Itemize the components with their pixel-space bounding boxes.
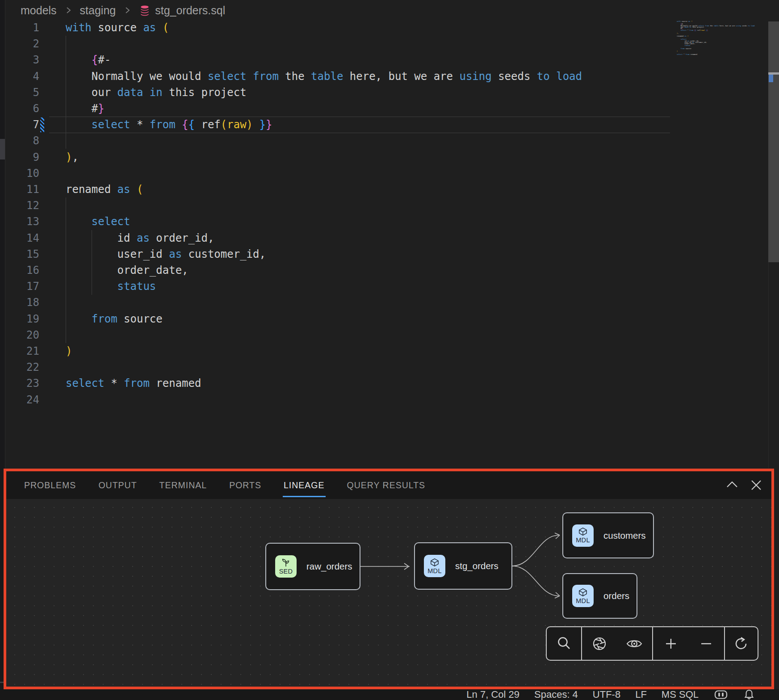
search-icon[interactable] [556,635,573,652]
code-line: order_date, [66,262,582,278]
refresh-icon[interactable] [733,636,750,652]
scrollbar-modified-marker [769,75,773,82]
status-indentation[interactable]: Spaces: 4 [534,689,578,700]
status-eol[interactable]: LF [635,689,647,700]
panel-tab-problems[interactable]: PROBLEMS [24,480,76,490]
lineage-node-customers[interactable]: MDL customers [562,512,654,558]
code-line: renamed as ( [66,181,582,197]
code-line [66,197,582,214]
lineage-node-stg-orders[interactable]: MDL stg_orders [414,542,512,590]
code-line: {#- [66,52,582,68]
cube-icon [578,527,588,536]
cube-icon [430,558,440,567]
code-line [66,36,582,52]
panel-tab-query-results[interactable]: QUERY RESULTS [347,480,426,490]
copilot-icon[interactable] [713,689,729,700]
breadcrumb-item-models[interactable]: models [21,4,57,17]
code-line: #} [66,101,582,117]
code-line: with source as ( [66,20,582,36]
lineage-node-orders[interactable]: MDL orders [562,573,637,619]
aperture-icon[interactable] [591,636,607,652]
model-badge: MDL [424,555,445,577]
minimap[interactable]: with source as ( {#- Normally we would s… [677,21,755,57]
code-line: status [66,278,582,294]
code-line [677,55,755,57]
seedling-icon [281,558,291,567]
eye-icon[interactable] [626,637,643,650]
chevron-right-icon [123,6,132,15]
panel-tab-output[interactable]: OUTPUT [98,480,137,490]
code-line [66,327,582,343]
breadcrumb-item-file[interactable]: stg_orders.sql [139,4,225,17]
lineage-canvas[interactable]: SED raw_orders MDL stg_orders [6,499,771,687]
panel-tab-ports[interactable]: PORTS [229,480,261,490]
code-line: Normally we would select from the table … [66,68,582,84]
chevron-right-icon [64,6,73,15]
database-icon [139,4,151,16]
status-bar: Ln 7, Col 29 Spaces: 4 UTF-8 LF MS SQL [0,689,779,700]
model-badge: MDL [572,524,594,547]
gutter-modified-marker [40,117,44,132]
code-line [66,294,582,310]
editor-scrollbar[interactable] [768,21,779,262]
chevron-up-icon[interactable] [725,478,739,492]
line-numbers: 123456789101112131415161718192021222324 [0,20,39,408]
zoom-in-icon[interactable] [663,636,678,651]
vscode-window: models staging stg_orders.sql 1234567891… [0,0,779,700]
cube-icon [578,588,588,597]
model-badge: MDL [572,585,594,607]
status-cursor-position[interactable]: Ln 7, Col 29 [466,689,519,700]
panel-tab-lineage[interactable]: LINEAGE [284,480,325,490]
panel-tab-bar: PROBLEMSOUTPUTTERMINALPORTSLINEAGEQUERY … [6,471,771,499]
zoom-out-icon[interactable] [699,636,714,651]
close-panel-icon[interactable] [749,478,763,492]
panel-tab-terminal[interactable]: TERMINAL [159,480,207,490]
code-line [66,392,582,408]
bottom-panel: PROBLEMSOUTPUTTERMINALPORTSLINEAGEQUERY … [4,469,774,689]
code-line: ) [66,343,582,359]
code-line: user_id as customer_id, [66,246,582,262]
code-line: ), [66,149,582,165]
status-encoding[interactable]: UTF-8 [593,689,620,700]
code-line: select * from renamed [66,375,582,391]
code-line: select [66,214,582,230]
code-line [66,165,582,181]
bell-icon[interactable] [743,689,755,700]
seed-badge: SED [275,555,297,578]
breadcrumb-item-staging[interactable]: staging [80,4,116,17]
code-line: our data in this project [66,84,582,101]
code-line: from source [66,311,582,327]
lineage-toolbar [546,626,758,661]
lineage-node-raw-orders[interactable]: SED raw_orders [265,543,360,590]
breadcrumb: models staging stg_orders.sql [21,3,225,18]
code-line: id as order_id, [66,230,582,246]
code-line [66,133,582,149]
code-line [66,359,582,375]
status-language[interactable]: MS SQL [662,689,699,700]
code-line: select * from {{ ref(raw) }} [66,117,582,133]
code-editor[interactable]: with source as ( {#- Normally we would s… [66,20,582,408]
